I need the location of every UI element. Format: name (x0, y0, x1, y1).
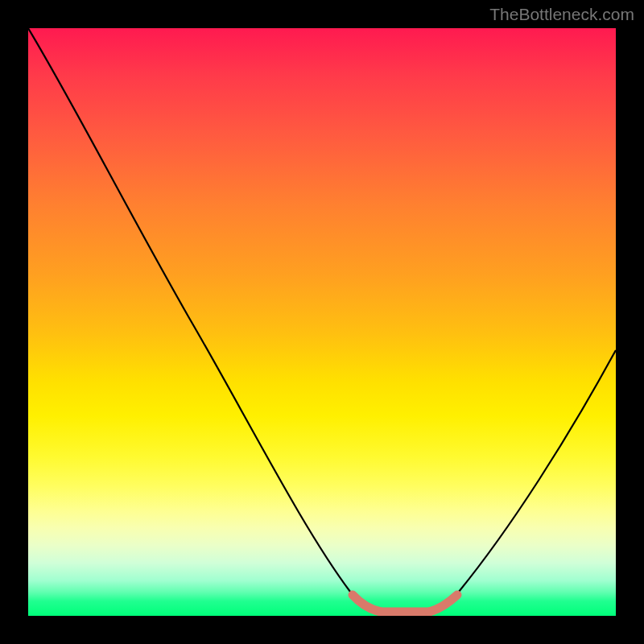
bottleneck-curve (28, 28, 616, 612)
chart-plot-area (28, 28, 616, 616)
bottleneck-band-left (353, 595, 381, 612)
bottleneck-band-right (429, 595, 457, 612)
watermark-text: TheBottleneck.com (489, 5, 634, 24)
chart-svg (28, 28, 616, 616)
